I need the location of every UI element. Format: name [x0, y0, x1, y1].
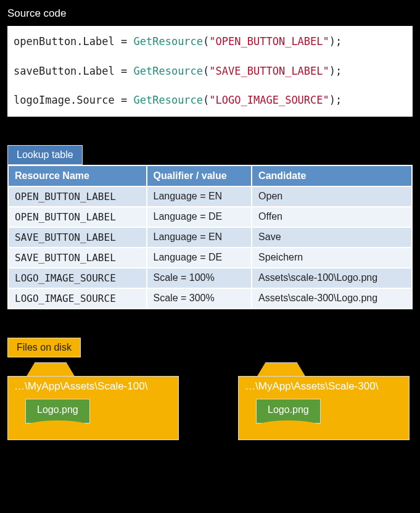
source-code-label: Source code	[7, 7, 413, 20]
lookup-table-label: Lookup table	[7, 145, 83, 165]
folders-row: …\MyApp\Assets\Scale-100\ Logo.png …\MyA…	[7, 362, 413, 440]
table-row: LOGO_IMAGE_SOURCE Scale = 100% Assets\sc…	[8, 268, 412, 288]
col-candidate: Candidate	[252, 165, 412, 186]
col-qualifier: Qualifier / value	[147, 165, 252, 186]
col-resource-name: Resource Name	[8, 165, 147, 186]
code-line: saveButton.Label = GetResource("SAVE_BUT…	[14, 64, 406, 79]
table-row: OPEN_BUTTON_LABEL Language = DE Offen	[8, 207, 412, 227]
code-line: openButton.Label = GetResource("OPEN_BUT…	[14, 35, 406, 49]
source-code-block: openButton.Label = GetResource("OPEN_BUT…	[7, 26, 413, 117]
folder-path: …\MyApp\Assets\Scale-100\	[14, 380, 172, 393]
folder-tab-icon	[257, 362, 306, 377]
table-row: LOGO_IMAGE_SOURCE Scale = 300% Assets\sc…	[8, 288, 412, 309]
table-row: OPEN_BUTTON_LABEL Language = EN Open	[8, 186, 412, 207]
lookup-table: Resource Name Qualifier / value Candidat…	[7, 165, 413, 309]
folder-scale-100: …\MyApp\Assets\Scale-100\ Logo.png	[7, 362, 179, 440]
file-chip: Logo.png	[25, 399, 90, 423]
table-row: SAVE_BUTTON_LABEL Language = DE Speicher…	[8, 248, 412, 268]
code-line: logoImage.Source = GetResource("LOGO_IMA…	[14, 93, 406, 108]
folder-path: …\MyApp\Assets\Scale-300\	[245, 380, 403, 393]
file-chip: Logo.png	[256, 399, 321, 423]
folder-scale-300: …\MyApp\Assets\Scale-300\ Logo.png	[238, 362, 410, 440]
files-on-disk-label: Files on disk	[7, 338, 81, 357]
folder-tab-icon	[26, 362, 75, 377]
table-row: SAVE_BUTTON_LABEL Language = EN Save	[8, 227, 412, 248]
